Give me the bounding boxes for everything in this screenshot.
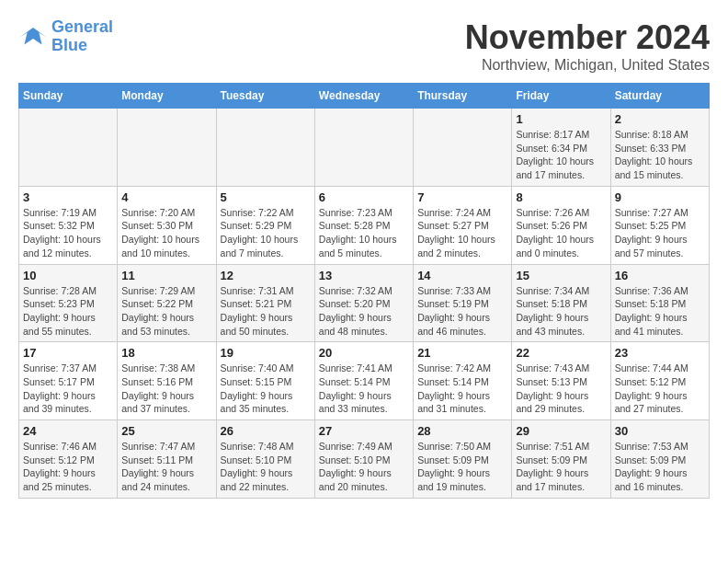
calendar-day-cell: 14Sunrise: 7:33 AM Sunset: 5:19 PM Dayli… (414, 264, 512, 342)
logo-icon (18, 24, 48, 50)
day-info: Sunrise: 7:29 AM Sunset: 5:22 PM Dayligh… (121, 284, 211, 339)
logo-text: General Blue (51, 18, 113, 55)
day-info: Sunrise: 7:42 AM Sunset: 5:14 PM Dayligh… (417, 362, 507, 416)
day-of-week-header: Monday (118, 84, 216, 109)
day-number: 18 (121, 346, 211, 360)
calendar-day-cell: 28Sunrise: 7:50 AM Sunset: 5:09 PM Dayli… (414, 420, 512, 499)
day-number: 30 (615, 424, 705, 438)
calendar-day-cell: 21Sunrise: 7:42 AM Sunset: 5:14 PM Dayli… (414, 342, 512, 420)
day-of-week-header: Thursday (414, 84, 512, 109)
day-info: Sunrise: 8:17 AM Sunset: 6:34 PM Dayligh… (516, 128, 606, 182)
calendar-day-cell: 30Sunrise: 7:53 AM Sunset: 5:09 PM Dayli… (610, 420, 709, 499)
calendar-day-cell: 12Sunrise: 7:31 AM Sunset: 5:21 PM Dayli… (216, 264, 314, 342)
calendar-week-row: 1Sunrise: 8:17 AM Sunset: 6:34 PM Daylig… (19, 109, 710, 187)
day-info: Sunrise: 7:32 AM Sunset: 5:20 PM Dayligh… (319, 284, 409, 339)
day-info: Sunrise: 7:34 AM Sunset: 5:18 PM Dayligh… (516, 284, 606, 339)
day-number: 12 (221, 269, 311, 282)
day-of-week-header: Wednesday (314, 84, 413, 109)
day-info: Sunrise: 7:48 AM Sunset: 5:10 PM Dayligh… (221, 440, 311, 494)
calendar-day-cell: 29Sunrise: 7:51 AM Sunset: 5:09 PM Dayli… (512, 420, 610, 499)
day-info: Sunrise: 7:28 AM Sunset: 5:23 PM Dayligh… (23, 284, 113, 339)
calendar-day-cell: 6Sunrise: 7:23 AM Sunset: 5:28 PM Daylig… (314, 186, 413, 264)
day-info: Sunrise: 7:49 AM Sunset: 5:10 PM Dayligh… (319, 440, 409, 494)
day-number: 3 (23, 190, 113, 204)
day-info: Sunrise: 7:43 AM Sunset: 5:13 PM Dayligh… (516, 362, 606, 416)
day-number: 4 (121, 190, 211, 204)
day-number: 10 (23, 269, 113, 282)
calendar-day-cell: 8Sunrise: 7:26 AM Sunset: 5:26 PM Daylig… (512, 186, 610, 264)
calendar-day-cell: 4Sunrise: 7:20 AM Sunset: 5:30 PM Daylig… (118, 186, 216, 264)
page-header: General Blue November 2024 Northview, Mi… (18, 18, 710, 74)
location: Northview, Michigan, United States (465, 57, 710, 74)
day-number: 6 (319, 190, 409, 204)
calendar-day-cell: 18Sunrise: 7:38 AM Sunset: 5:16 PM Dayli… (118, 342, 216, 420)
day-number: 21 (417, 346, 507, 360)
calendar-day-cell: 7Sunrise: 7:24 AM Sunset: 5:27 PM Daylig… (414, 186, 512, 264)
day-number: 2 (615, 112, 705, 126)
day-info: Sunrise: 7:50 AM Sunset: 5:09 PM Dayligh… (417, 440, 507, 494)
calendar-empty-cell (19, 109, 118, 187)
day-number: 9 (615, 190, 705, 204)
day-info: Sunrise: 7:33 AM Sunset: 5:19 PM Dayligh… (417, 284, 507, 339)
day-number: 17 (23, 346, 113, 360)
day-info: Sunrise: 7:47 AM Sunset: 5:11 PM Dayligh… (121, 440, 211, 494)
day-number: 19 (221, 346, 311, 360)
day-number: 26 (221, 424, 311, 438)
calendar-day-cell: 1Sunrise: 8:17 AM Sunset: 6:34 PM Daylig… (512, 109, 610, 187)
calendar-day-cell: 22Sunrise: 7:43 AM Sunset: 5:13 PM Dayli… (512, 342, 610, 420)
calendar-day-cell: 24Sunrise: 7:46 AM Sunset: 5:12 PM Dayli… (19, 420, 118, 499)
day-of-week-header: Saturday (610, 84, 709, 109)
day-number: 8 (516, 190, 606, 204)
day-info: Sunrise: 7:19 AM Sunset: 5:32 PM Dayligh… (23, 206, 113, 260)
logo: General Blue (18, 18, 113, 55)
day-info: Sunrise: 7:41 AM Sunset: 5:14 PM Dayligh… (319, 362, 409, 416)
calendar-day-cell: 2Sunrise: 8:18 AM Sunset: 6:33 PM Daylig… (610, 109, 709, 187)
calendar-empty-cell (414, 109, 512, 187)
calendar-day-cell: 20Sunrise: 7:41 AM Sunset: 5:14 PM Dayli… (314, 342, 413, 420)
calendar-day-cell: 9Sunrise: 7:27 AM Sunset: 5:25 PM Daylig… (610, 186, 709, 264)
day-info: Sunrise: 7:46 AM Sunset: 5:12 PM Dayligh… (23, 440, 113, 494)
calendar-day-cell: 25Sunrise: 7:47 AM Sunset: 5:11 PM Dayli… (118, 420, 216, 499)
day-number: 15 (516, 269, 606, 282)
title-block: November 2024 Northview, Michigan, Unite… (465, 18, 710, 74)
day-info: Sunrise: 7:31 AM Sunset: 5:21 PM Dayligh… (221, 284, 311, 339)
calendar-week-row: 17Sunrise: 7:37 AM Sunset: 5:17 PM Dayli… (19, 342, 710, 420)
day-number: 16 (615, 269, 705, 282)
calendar-day-cell: 19Sunrise: 7:40 AM Sunset: 5:15 PM Dayli… (216, 342, 314, 420)
calendar-day-cell: 26Sunrise: 7:48 AM Sunset: 5:10 PM Dayli… (216, 420, 314, 499)
calendar-day-cell: 10Sunrise: 7:28 AM Sunset: 5:23 PM Dayli… (19, 264, 118, 342)
day-number: 24 (23, 424, 113, 438)
day-info: Sunrise: 7:27 AM Sunset: 5:25 PM Dayligh… (615, 206, 705, 260)
day-number: 27 (319, 424, 409, 438)
day-info: Sunrise: 7:40 AM Sunset: 5:15 PM Dayligh… (221, 362, 311, 416)
month-title: November 2024 (465, 18, 710, 57)
day-info: Sunrise: 7:44 AM Sunset: 5:12 PM Dayligh… (615, 362, 705, 416)
calendar-day-cell: 5Sunrise: 7:22 AM Sunset: 5:29 PM Daylig… (216, 186, 314, 264)
day-of-week-header: Tuesday (216, 84, 314, 109)
day-info: Sunrise: 7:24 AM Sunset: 5:27 PM Dayligh… (417, 206, 507, 260)
day-number: 29 (516, 424, 606, 438)
calendar-week-row: 10Sunrise: 7:28 AM Sunset: 5:23 PM Dayli… (19, 264, 710, 342)
calendar-week-row: 24Sunrise: 7:46 AM Sunset: 5:12 PM Dayli… (19, 420, 710, 499)
day-info: Sunrise: 7:20 AM Sunset: 5:30 PM Dayligh… (121, 206, 211, 260)
day-of-week-header: Sunday (19, 84, 118, 109)
day-number: 14 (417, 269, 507, 282)
day-number: 20 (319, 346, 409, 360)
day-of-week-header: Friday (512, 84, 610, 109)
calendar-day-cell: 17Sunrise: 7:37 AM Sunset: 5:17 PM Dayli… (19, 342, 118, 420)
day-number: 23 (615, 346, 705, 360)
calendar-empty-cell (314, 109, 413, 187)
calendar-week-row: 3Sunrise: 7:19 AM Sunset: 5:32 PM Daylig… (19, 186, 710, 264)
day-number: 28 (417, 424, 507, 438)
calendar-empty-cell (118, 109, 216, 187)
day-info: Sunrise: 7:36 AM Sunset: 5:18 PM Dayligh… (615, 284, 705, 339)
day-number: 11 (121, 269, 211, 282)
calendar-day-cell: 11Sunrise: 7:29 AM Sunset: 5:22 PM Dayli… (118, 264, 216, 342)
day-number: 5 (221, 190, 311, 204)
day-info: Sunrise: 7:22 AM Sunset: 5:29 PM Dayligh… (221, 206, 311, 260)
calendar-day-cell: 23Sunrise: 7:44 AM Sunset: 5:12 PM Dayli… (610, 342, 709, 420)
day-info: Sunrise: 7:38 AM Sunset: 5:16 PM Dayligh… (121, 362, 211, 416)
day-info: Sunrise: 7:53 AM Sunset: 5:09 PM Dayligh… (615, 440, 705, 494)
calendar-day-cell: 3Sunrise: 7:19 AM Sunset: 5:32 PM Daylig… (19, 186, 118, 264)
day-number: 13 (319, 269, 409, 282)
